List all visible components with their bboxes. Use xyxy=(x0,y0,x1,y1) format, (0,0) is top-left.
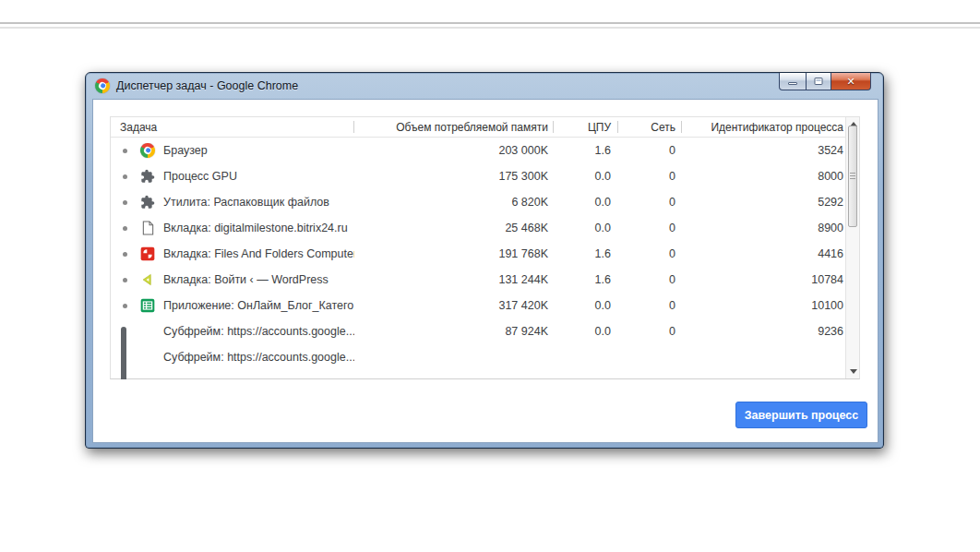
cell-cpu: 1.6 xyxy=(554,273,618,286)
maximize-icon xyxy=(815,78,823,85)
close-button[interactable]: ✕ xyxy=(831,73,871,90)
cell-memory: 87 924K xyxy=(354,325,554,338)
chrome-logo-icon xyxy=(92,76,113,96)
window-body: ЗадачаОбъем потребляемой памятиЦПУСетьИд… xyxy=(92,99,878,443)
table-row[interactable]: Вкладка: Войти ‹ — WordPress131 244K1.60… xyxy=(111,267,859,293)
cell-pid: 5292 xyxy=(682,196,847,209)
cell-network: 0 xyxy=(618,196,682,209)
table-row[interactable]: Субфрейм: https://accounts.google.... xyxy=(111,344,859,370)
cell-network: 0 xyxy=(618,273,682,286)
puzzle-icon xyxy=(139,169,155,185)
cell-memory: 175 300K xyxy=(354,170,554,183)
spreadsheet-icon xyxy=(139,298,155,314)
cell-memory: 203 000K xyxy=(354,144,554,157)
cell-network: 0 xyxy=(618,299,682,312)
table-row[interactable]: Приложение: ОнЛайм_Блог_Катего...317 420… xyxy=(111,293,859,318)
page-divider-top xyxy=(0,22,980,24)
cell-cpu: 0.0 xyxy=(554,170,618,183)
cell-pid: 8900 xyxy=(682,222,847,234)
table-row[interactable]: Браузер203 000K1.603524 xyxy=(111,138,859,163)
column-header-cpu[interactable]: ЦПУ xyxy=(554,117,618,137)
close-icon: ✕ xyxy=(831,73,870,90)
cell-memory: 191 768K xyxy=(354,247,554,260)
process-bullet-icon xyxy=(123,200,127,205)
cell-pid: 4416 xyxy=(682,247,847,260)
scrollbar-grip-icon xyxy=(850,173,855,180)
cell-pid: 10100 xyxy=(682,299,847,312)
cell-cpu: 1.6 xyxy=(554,144,618,157)
table-row[interactable]: Вкладка: digitalmilestone.bitrix24.ru25 … xyxy=(111,215,859,241)
column-header-pid[interactable]: Идентификатор процесса xyxy=(682,117,847,137)
process-bullet-icon xyxy=(123,252,127,257)
task-name: Браузер xyxy=(163,144,208,157)
cell-network: 0 xyxy=(618,222,682,234)
table-rows: Браузер203 000K1.603524Процесс GPU175 30… xyxy=(111,138,859,370)
page-divider-bottom xyxy=(0,27,980,29)
none xyxy=(139,324,155,340)
task-name: Вкладка: Files And Folders Computer... xyxy=(163,247,354,260)
cell-pid: 9236 xyxy=(682,325,847,338)
cell-task: Процесс GPU xyxy=(111,169,354,185)
chevron-down-icon xyxy=(850,369,857,374)
cell-memory: 6 820K xyxy=(354,196,554,209)
cell-memory: 25 468K xyxy=(354,222,554,234)
process-bullet-icon xyxy=(123,174,127,179)
column-header-memory[interactable]: Объем потребляемой памяти xyxy=(354,117,554,137)
scrollbar-thumb[interactable] xyxy=(848,126,857,227)
scroll-down-button[interactable] xyxy=(846,365,860,378)
table-header: ЗадачаОбъем потребляемой памятиЦПУСетьИд… xyxy=(111,117,859,138)
process-bullet-icon xyxy=(123,278,127,282)
task-manager-window: Диспетчер задач - Google Chrome ✕ Задача… xyxy=(85,72,884,449)
window-titlebar[interactable]: Диспетчер задач - Google Chrome xyxy=(86,73,883,99)
cell-memory: 131 244K xyxy=(354,273,554,286)
task-name: Приложение: ОнЛайм_Блог_Катего... xyxy=(163,299,354,312)
window-controls: ✕ xyxy=(779,73,871,90)
table-row[interactable]: Процесс GPU175 300K0.008000 xyxy=(111,163,859,189)
cell-network: 0 xyxy=(618,325,682,338)
vertical-scrollbar[interactable] xyxy=(845,117,859,378)
puzzle-icon xyxy=(139,195,155,210)
cell-memory: 317 420K xyxy=(354,299,554,312)
cell-task: Приложение: ОнЛайм_Блог_Катего... xyxy=(111,298,354,314)
document-icon xyxy=(139,221,155,236)
cell-network: 0 xyxy=(618,144,682,157)
cell-network: 0 xyxy=(618,247,682,260)
files-folders-icon xyxy=(139,246,155,262)
minimize-button[interactable] xyxy=(779,73,807,90)
process-bullet-icon xyxy=(123,226,127,231)
column-header-network[interactable]: Сеть xyxy=(618,117,682,137)
none xyxy=(139,350,155,366)
cell-cpu: 0.0 xyxy=(554,222,618,234)
process-bullet-icon xyxy=(123,149,127,153)
cell-pid: 8000 xyxy=(682,170,847,183)
table-row[interactable]: Субфрейм: https://accounts.google....87 … xyxy=(111,318,859,344)
process-table: ЗадачаОбъем потребляемой памятиЦПУСетьИд… xyxy=(110,116,860,379)
task-name: Процесс GPU xyxy=(163,170,237,183)
cell-task: Вкладка: digitalmilestone.bitrix24.ru xyxy=(111,221,354,236)
cell-cpu: 1.6 xyxy=(554,247,618,260)
cell-cpu: 0.0 xyxy=(554,196,618,209)
cell-task: Утилита: Распаковщик файлов xyxy=(111,195,354,210)
cell-task: Вкладка: Войти ‹ — WordPress xyxy=(111,272,354,288)
task-name: Субфрейм: https://accounts.google.... xyxy=(163,351,354,364)
subframe-group-indicator xyxy=(121,327,126,379)
chrome-icon xyxy=(139,143,155,159)
wordpress-tab-icon xyxy=(139,272,155,288)
minimize-icon xyxy=(788,82,797,85)
maximize-button[interactable] xyxy=(806,73,831,90)
cell-cpu: 0.0 xyxy=(554,325,618,338)
cell-network: 0 xyxy=(618,170,682,183)
task-name: Утилита: Распаковщик файлов xyxy=(163,196,329,209)
task-name: Вкладка: digitalmilestone.bitrix24.ru xyxy=(163,222,348,234)
column-header-task[interactable]: Задача xyxy=(111,117,354,137)
window-title: Диспетчер задач - Google Chrome xyxy=(116,79,298,92)
task-name: Субфрейм: https://accounts.google.... xyxy=(163,325,354,338)
table-row[interactable]: Утилита: Распаковщик файлов6 820K0.00529… xyxy=(111,189,859,215)
cell-pid: 10784 xyxy=(682,273,847,286)
cell-pid: 3524 xyxy=(682,144,847,157)
cell-task: Субфрейм: https://accounts.google.... xyxy=(111,350,354,366)
table-row[interactable]: Вкладка: Files And Folders Computer...19… xyxy=(111,241,859,267)
end-process-button[interactable]: Завершить процесс xyxy=(735,402,867,428)
cell-task: Браузер xyxy=(111,143,354,159)
cell-task: Вкладка: Files And Folders Computer... xyxy=(111,246,354,262)
